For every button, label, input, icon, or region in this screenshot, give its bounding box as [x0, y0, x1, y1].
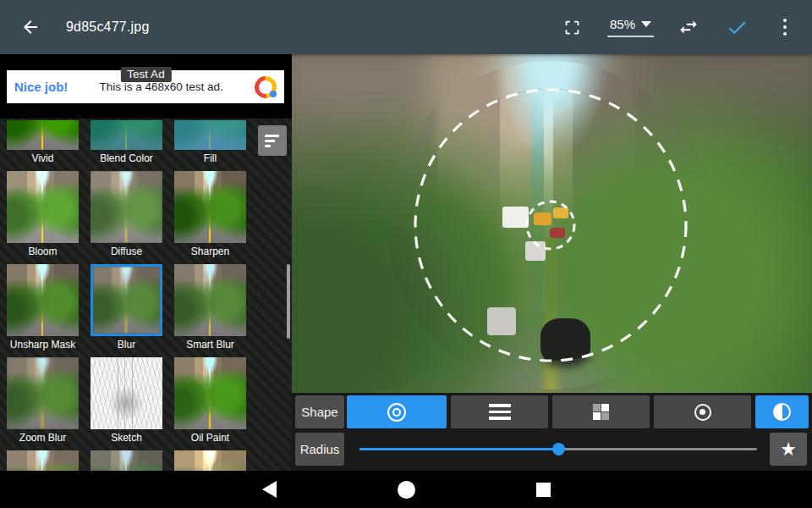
filter-label: Vivid [32, 152, 54, 164]
filter-item-diffuse[interactable]: Diffuse [91, 171, 162, 257]
filter-thumbnail-image [174, 450, 246, 471]
filter-thumbnail-image [91, 357, 162, 429]
ad-headline: Nice job! [14, 80, 68, 94]
concentric-circles-icon [387, 403, 406, 422]
filter-grid: Vivid Blend Color Fill Bloom [0, 119, 292, 471]
filter-item-oil-paint[interactable]: Oil Paint [174, 357, 246, 444]
filter-item-blend-color[interactable]: Blend Color [91, 120, 162, 164]
sort-button[interactable] [258, 125, 287, 156]
filter-thumbnail-image [91, 120, 162, 150]
filter-thumbnail-image [93, 267, 160, 334]
android-nav-bar [0, 471, 812, 508]
page-title: 9d85c477.jpg [66, 19, 150, 35]
nav-home-icon [398, 481, 415, 499]
ad-body-text: This is a 468x60 test ad. [68, 80, 255, 93]
nav-home-button[interactable] [396, 479, 416, 500]
filter-item-zoom-blur[interactable]: Zoom Blur [7, 357, 79, 444]
filter-thumbnail-image [7, 264, 79, 336]
zoom-level-value: 85% [610, 17, 635, 31]
filter-label: Blur [118, 339, 135, 351]
filter-item-unsharp-mask[interactable]: Unsharp Mask [7, 264, 79, 351]
filter-item-fill[interactable]: Fill [174, 120, 246, 164]
filter-thumbnail-image [174, 357, 246, 429]
ad-badge: Test Ad [120, 67, 171, 82]
filter-label: Diffuse [111, 246, 142, 257]
slider-thumb[interactable] [552, 443, 565, 456]
filter-item-blur-selected[interactable]: Blur [91, 264, 162, 351]
filter-label: Smart Blur [186, 339, 234, 351]
overflow-menu-button[interactable] [771, 10, 798, 44]
invert-button[interactable] [755, 395, 809, 428]
filter-list: Vivid Blend Color Fill Bloom [0, 119, 292, 471]
filter-label: Sharpen [191, 246, 229, 257]
filter-thumbnail-image [7, 120, 79, 150]
filter-item-partial-1[interactable] [7, 450, 79, 471]
filter-item-sharpen[interactable]: Sharpen [174, 171, 246, 257]
filter-thumbnail-image [7, 450, 79, 471]
filter-label: Zoom Blur [19, 432, 66, 444]
filter-label: Blend Color [100, 152, 153, 164]
filter-label: Bloom [28, 246, 57, 257]
filter-thumbnail-image [91, 171, 162, 243]
shape-tiles-button[interactable] [552, 395, 650, 428]
shape-radial-button[interactable] [654, 395, 751, 428]
filter-panel: Test Ad Nice job! This is a 468x60 test … [0, 54, 292, 471]
nav-back-button[interactable] [259, 479, 279, 500]
photo-preview: Shape Radius ★ [292, 54, 812, 471]
apply-button[interactable] [723, 10, 750, 44]
ad-network-logo-icon [255, 76, 277, 98]
nav-back-icon [262, 481, 277, 498]
shape-linear-button[interactable] [451, 395, 548, 428]
filter-label: Oil Paint [191, 432, 229, 444]
overflow-menu-icon [783, 19, 787, 36]
filter-thumbnail-image [7, 171, 79, 243]
filter-thumbnail-image [174, 171, 246, 243]
fullscreen-icon [563, 19, 581, 36]
inner-radius-circle[interactable] [527, 202, 574, 249]
filter-item-vivid[interactable]: Vivid [7, 120, 79, 164]
circle-dot-icon [694, 404, 711, 421]
favorite-button[interactable]: ★ [770, 433, 807, 466]
blur-controls: Shape Radius ★ [292, 393, 812, 471]
check-icon [726, 16, 749, 39]
slider-fill [359, 448, 558, 450]
filter-item-partial-2[interactable] [91, 450, 162, 471]
ad-container: Test Ad Nice job! This is a 468x60 test … [0, 54, 292, 119]
photo-editor-app: 9d85c477.jpg 85% Test Ad [0, 0, 812, 508]
horizontal-lines-icon [489, 404, 511, 420]
zoom-level-select[interactable]: 85% [607, 17, 654, 37]
top-bar-actions: 85% [559, 10, 812, 44]
back-arrow-icon [20, 17, 41, 37]
nav-recents-icon [536, 483, 551, 497]
star-icon: ★ [780, 439, 797, 461]
swap-arrows-icon [678, 16, 700, 38]
filter-thumbnail-image [91, 450, 162, 471]
filter-thumbnail-image [174, 264, 246, 336]
radius-slider[interactable] [359, 433, 757, 466]
filter-item-bloom[interactable]: Bloom [7, 171, 79, 257]
radius-label: Radius [295, 433, 344, 466]
nav-recents-button[interactable] [533, 479, 553, 500]
filter-item-sketch[interactable]: Sketch [91, 357, 162, 444]
filter-label: Sketch [111, 432, 142, 444]
fullscreen-button[interactable] [559, 10, 586, 44]
filter-label: Unsharp Mask [10, 339, 75, 351]
contrast-half-circle-icon [773, 403, 791, 421]
back-button[interactable] [14, 10, 47, 44]
filter-item-smart-blur[interactable]: Smart Blur [174, 264, 246, 351]
shape-circular-button[interactable] [347, 395, 447, 428]
dropdown-caret-icon [641, 21, 651, 27]
filter-label: Fill [204, 152, 217, 164]
main-content: Test Ad Nice job! This is a 468x60 test … [0, 54, 812, 471]
sort-icon [265, 135, 279, 137]
checkerboard-icon [593, 404, 610, 421]
top-bar: 9d85c477.jpg 85% [0, 0, 812, 54]
outer-radius-circle[interactable] [415, 90, 686, 361]
filter-thumbnail-image [174, 120, 246, 150]
compare-button[interactable] [675, 10, 702, 44]
filter-thumbnail-image [7, 357, 79, 429]
shape-label: Shape [295, 395, 344, 428]
filter-item-partial-3[interactable] [174, 450, 246, 471]
